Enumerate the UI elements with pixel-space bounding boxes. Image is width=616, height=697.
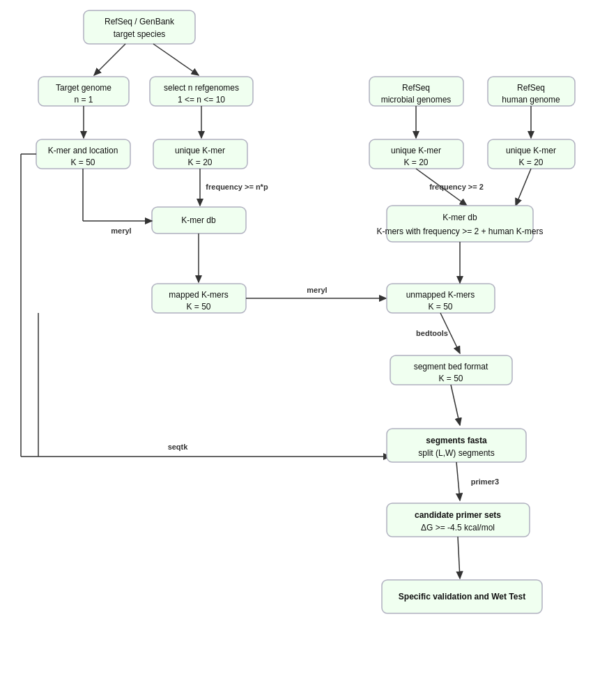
- svg-line-2: [153, 44, 199, 75]
- node-unique-kmer-n-label2: K = 20: [187, 158, 212, 167]
- label-meryl-2: meryl: [307, 286, 327, 294]
- node-target-genome-label2: n = 1: [74, 95, 93, 105]
- svg-line-9: [516, 169, 531, 206]
- node-mapped-kmers-label1: mapped K-mers: [169, 290, 228, 300]
- node-segments-fasta-label1: segments fasta: [426, 436, 487, 445]
- node-target-genome-label1: Target genome: [56, 83, 111, 93]
- label-primer3: primer3: [471, 477, 499, 486]
- node-segment-bed-label2: K = 50: [438, 374, 463, 383]
- node-refseq-microbial-label2: microbial genomes: [381, 95, 452, 105]
- node-refseq-genbank-label1: RefSeq / GenBank: [105, 17, 175, 26]
- node-specific-validation-label: Specific validation and Wet Test: [399, 592, 525, 602]
- node-kmer-location-label2: K = 50: [70, 158, 95, 167]
- label-frequency-np: frequency >= n*p: [206, 183, 268, 191]
- node-kmer-db-n-label: K-mer db: [181, 215, 216, 225]
- svg-line-22: [456, 462, 460, 500]
- node-unmapped-kmers-label2: K = 50: [428, 302, 452, 312]
- label-frequency-2: frequency >= 2: [429, 183, 484, 191]
- node-kmer-db-combined-label1: K-mer db: [442, 213, 477, 222]
- label-seqtk: seqtk: [168, 443, 189, 451]
- node-unique-kmer-human-label2: K = 20: [518, 158, 543, 167]
- node-refseq-microbial-label1: RefSeq: [402, 83, 430, 93]
- node-kmer-db-combined: [387, 206, 533, 242]
- node-unique-kmer-microbial-label1: unique K-mer: [391, 146, 441, 155]
- diagram-container: RefSeq / GenBank target species Target g…: [0, 0, 616, 697]
- flowchart-svg: RefSeq / GenBank target species Target g…: [0, 0, 616, 697]
- node-segments-fasta-label2: split (L,W) segments: [418, 448, 494, 458]
- node-refseq-human-label2: human genome: [502, 95, 560, 105]
- node-unique-kmer-human-label1: unique K-mer: [506, 146, 556, 155]
- node-refseq-human-label1: RefSeq: [517, 83, 545, 93]
- svg-line-23: [458, 537, 460, 579]
- node-select-n-refgenomes-label1: select n refgenomes: [164, 83, 239, 93]
- svg-line-1: [94, 44, 125, 75]
- label-bedtools: bedtools: [416, 329, 448, 337]
- node-mapped-kmers-label2: K = 50: [186, 302, 210, 312]
- svg-line-16: [451, 385, 460, 425]
- node-select-n-refgenomes-label2: 1 <= n <= 10: [178, 95, 225, 105]
- node-candidate-primers-label2: ΔG >= -4.5 kcal/mol: [421, 523, 495, 533]
- node-unique-kmer-n-label1: unique K-mer: [175, 146, 225, 155]
- node-kmer-db-combined-label2: K-mers with frequency >= 2 + human K-mer…: [376, 227, 543, 236]
- node-unique-kmer-microbial-label2: K = 20: [403, 158, 428, 167]
- node-refseq-genbank-label2: target species: [114, 29, 166, 39]
- node-segment-bed-label1: segment bed format: [414, 362, 488, 372]
- label-meryl-1: meryl: [111, 227, 131, 235]
- node-candidate-primers-label1: candidate primer sets: [415, 510, 501, 520]
- node-kmer-location-label1: K-mer and location: [48, 146, 118, 155]
- node-unmapped-kmers-label1: unmapped K-mers: [406, 290, 475, 300]
